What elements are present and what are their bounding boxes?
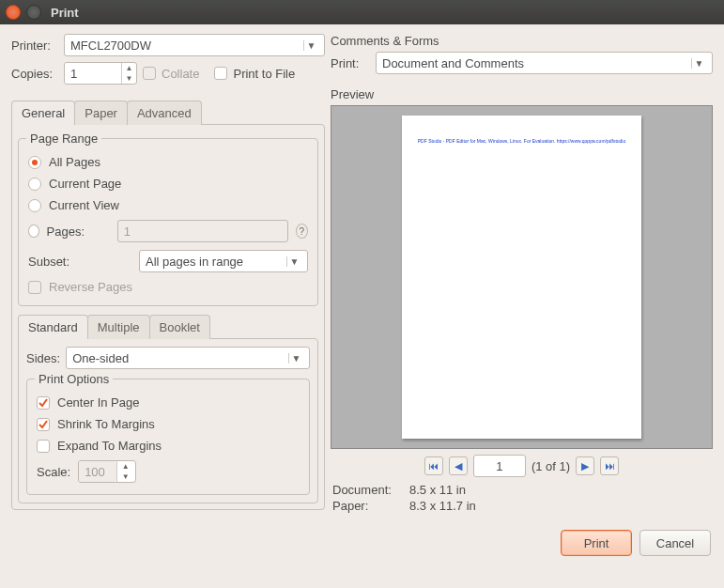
comments-forms-header: Comments & Forms — [331, 34, 713, 48]
radio-all-pages[interactable] — [28, 156, 41, 169]
reverse-pages-label: Reverse Pages — [49, 280, 132, 294]
stepper-down-icon: ▼ — [117, 472, 133, 482]
paper-info: Document:8.5 x 11 in Paper:8.3 x 11.7 in — [331, 481, 713, 515]
expand-to-margins-checkbox[interactable] — [37, 440, 50, 453]
expand-to-margins-label: Expand To Margins — [57, 439, 162, 453]
last-page-icon[interactable]: ⏭ — [600, 456, 619, 475]
preview-nav: ⏮ ◀ (1 of 1) ▶ ⏭ — [331, 455, 713, 477]
comments-print-label: Print: — [331, 56, 370, 70]
cancel-button[interactable]: Cancel — [639, 530, 711, 556]
shrink-to-margins-checkbox[interactable] — [37, 418, 50, 431]
sides-select[interactable]: One-sided ▼ — [66, 347, 310, 369]
tab-paper[interactable]: Paper — [74, 101, 128, 125]
current-view-label: Current View — [49, 198, 119, 212]
comments-print-select[interactable]: Document and Comments ▼ — [376, 52, 713, 74]
minimize-icon[interactable] — [26, 5, 41, 20]
page-number-input[interactable] — [473, 455, 526, 477]
copies-stepper[interactable]: ▲▼ — [64, 62, 137, 85]
scale-stepper: ▲▼ — [78, 460, 136, 483]
preview-area: PDF Studio - PDF Editor for Mac, Windows… — [331, 105, 713, 449]
print-button[interactable]: Print — [561, 530, 632, 556]
first-page-icon[interactable]: ⏮ — [424, 456, 443, 475]
stepper-up-icon[interactable]: ▲ — [122, 63, 136, 73]
preview-page: PDF Studio - PDF Editor for Mac, Windows… — [402, 116, 641, 439]
paper-size-value: 8.3 x 11.7 in — [409, 499, 711, 513]
radio-current-view[interactable] — [28, 199, 41, 212]
sides-label: Sides: — [26, 351, 60, 365]
copies-value[interactable] — [65, 63, 121, 84]
collate-checkbox — [143, 67, 156, 80]
chevron-down-icon: ▼ — [286, 256, 301, 267]
tab-advanced[interactable]: Advanced — [127, 101, 202, 125]
collate-label: Collate — [162, 67, 199, 81]
shrink-to-margins-label: Shrink To Margins — [57, 417, 155, 431]
stepper-up-icon: ▲ — [117, 461, 133, 472]
radio-current-page[interactable] — [28, 178, 41, 191]
tab-general-pane: Page Range All Pages Current Page Cur — [11, 124, 325, 510]
current-page-label: Current Page — [49, 177, 121, 191]
comments-print-value: Document and Comments — [382, 56, 524, 70]
chevron-down-icon: ▼ — [288, 353, 303, 364]
window-title: Print — [51, 6, 79, 20]
watermark-text: PDF Studio - PDF Editor for Mac, Windows… — [411, 138, 632, 144]
pages-input — [117, 220, 288, 242]
subset-select[interactable]: All pages in range ▼ — [139, 250, 308, 272]
tab-standard-pane: Sides: One-sided ▼ Print Options — [18, 338, 318, 503]
tab-standard[interactable]: Standard — [18, 315, 88, 339]
chevron-down-icon: ▼ — [691, 58, 706, 69]
copies-label: Copies: — [11, 67, 58, 81]
paper-size-label: Paper: — [332, 499, 408, 513]
stepper-down-icon[interactable]: ▼ — [122, 73, 136, 84]
preview-header: Preview — [331, 87, 713, 101]
reverse-pages-checkbox — [28, 281, 41, 294]
titlebar: Print — [0, 0, 724, 24]
document-size-value: 8.5 x 11 in — [409, 483, 711, 497]
printer-select[interactable]: MFCL2700DW ▼ — [64, 34, 325, 56]
next-page-icon[interactable]: ▶ — [576, 456, 594, 475]
subset-value: All pages in range — [146, 255, 243, 269]
sides-value: One-sided — [72, 351, 129, 365]
print-to-file-checkbox[interactable] — [214, 67, 227, 80]
page-range-legend: Page Range — [26, 132, 101, 146]
chevron-down-icon: ▼ — [303, 40, 318, 51]
layout-tabs: Standard Multiple Booklet — [18, 314, 318, 338]
center-in-page-checkbox[interactable] — [37, 396, 50, 410]
scale-value — [79, 461, 116, 482]
radio-pages[interactable] — [28, 224, 39, 238]
scale-label: Scale: — [37, 465, 70, 479]
print-to-file-label: Print to File — [233, 67, 295, 81]
pages-label: Pages: — [47, 224, 110, 239]
tab-general[interactable]: General — [11, 101, 75, 125]
all-pages-label: All Pages — [49, 155, 100, 169]
settings-tabs: General Paper Advanced — [11, 100, 325, 124]
printer-label: Printer: — [11, 39, 58, 53]
tab-multiple[interactable]: Multiple — [87, 315, 150, 339]
document-size-label: Document: — [332, 483, 408, 497]
close-icon[interactable] — [6, 5, 21, 20]
prev-page-icon[interactable]: ◀ — [449, 456, 468, 475]
help-icon[interactable]: ? — [296, 224, 308, 239]
tab-booklet[interactable]: Booklet — [149, 315, 210, 339]
print-options-legend: Print Options — [35, 372, 113, 386]
printer-value: MFCL2700DW — [70, 39, 151, 53]
subset-label: Subset: — [28, 255, 131, 269]
page-of-label: (1 of 1) — [531, 459, 570, 473]
center-in-page-label: Center In Page — [57, 395, 139, 410]
